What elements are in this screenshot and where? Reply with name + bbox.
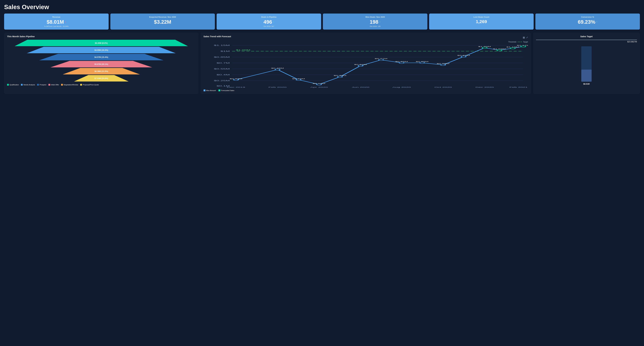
kpi-value-won-deals: 198 ↑: [370, 19, 380, 25]
svg-point-33: [420, 62, 424, 63]
svg-text:$1.03M: $1.03M: [493, 48, 506, 49]
svg-text:$0.62M: $0.62M: [354, 64, 367, 65]
kpi-value-conversion: 69.23% ↑: [578, 19, 598, 25]
legend-label-4: Negotiation/Review: [64, 84, 78, 86]
kpi-card-revenue: Revenue $8.01M ↓ % Diff from Last Month:…: [4, 13, 108, 29]
target-bar-container: [581, 46, 592, 82]
svg-point-35: [461, 56, 466, 57]
chart-icons: ▦ ⤢: [523, 36, 528, 39]
trend-chart-panel: Sales Trend with Forecast ▦ ⤢ Threshold:…: [200, 32, 531, 94]
svg-text:$1.00M: $1.00M: [236, 49, 250, 51]
kpi-card-expected-revenue: Exepcted Revenue: Nov 2020 $3.22M: [110, 13, 215, 29]
svg-text:$0.87M: $0.87M: [457, 55, 470, 56]
expand-icon[interactable]: ⤢: [526, 36, 528, 39]
funnel-slice-3: $5.97M (20.1%): [50, 61, 152, 67]
funnel-title: This Month Sales Pipeline: [7, 35, 196, 38]
svg-text:$0.85M: $0.85M: [214, 56, 230, 58]
kpi-sub-won-deals: Oct 2020: 139: [370, 25, 380, 27]
kpi-card-deals-pipeline: Deals in Pipeline 496 ↑ Oct 2020: 347: [217, 13, 321, 29]
threshold-line-icon: [518, 42, 522, 42]
svg-text:Oct 2020: Oct 2020: [434, 86, 452, 88]
svg-text:$1.10M: $1.10M: [506, 46, 519, 48]
forecasted-sales-label: Forecasted Sales: [221, 90, 234, 91]
svg-point-30: [358, 65, 363, 66]
svg-text:$0.65M: $0.65M: [395, 61, 408, 62]
legend-label-2: Prospect: [40, 84, 46, 86]
svg-point-34: [440, 64, 445, 66]
forecasted-sales-checkbox[interactable]: ✓: [218, 89, 220, 91]
funnel-legend-item-1: Needs Analysis: [21, 84, 35, 86]
svg-text:$0.23M: $0.23M: [230, 78, 242, 79]
bottom-row: This Month Sales Pipeline $2.43M (8.2%)$…: [4, 32, 640, 94]
svg-text:$0.25M: $0.25M: [214, 80, 230, 81]
svg-text:$0.23M: $0.23M: [292, 78, 305, 79]
svg-text:$1M: $1M: [220, 50, 230, 52]
svg-text:Dec 2020: Dec 2020: [475, 86, 494, 88]
won-amount-checkbox[interactable]: ✓: [204, 89, 206, 91]
svg-text:Feb 2020: Feb 2020: [268, 86, 286, 88]
sales-target-panel: Sales Taget $23.8827M $8.01M: [533, 32, 640, 94]
trend-chart-area: $1.15M $1M $0.85M $0.7M $0.55M $0.4M $0.…: [204, 44, 528, 88]
arrow-up-icon-won: ↑: [379, 20, 380, 23]
target-max-value: $23.8827M: [627, 41, 637, 43]
legend-dot-3: [48, 84, 50, 86]
svg-text:Dec 2019: Dec 2019: [227, 86, 245, 88]
funnel-slice-5: $7.31M (24.6%): [74, 75, 128, 81]
trend-chart-title: Sales Trend with Forecast: [204, 35, 231, 38]
legend-dot-5: [80, 84, 82, 86]
funnel-legend-item-0: Qualification: [7, 84, 19, 86]
legend-won-amount: ✓ Won Amount: [204, 89, 216, 91]
kpi-label-won-deals: Won Deals: Nov 2020: [366, 16, 385, 18]
legend-label-0: Qualification: [10, 84, 19, 86]
legend-label-5: Proposal/Price Quote: [83, 84, 99, 86]
funnel-chart: $2.43M (8.2%)$3.05M (10.3%)$4.57M (15.4%…: [7, 40, 196, 81]
funnel-legend-item-2: Prospect: [37, 84, 46, 86]
target-actual-value: $8.01M: [583, 83, 590, 85]
svg-text:$0.4M: $0.4M: [216, 74, 230, 76]
funnel-slice-2: $4.57M (15.4%): [39, 54, 164, 60]
legend-label-3: Initial Offer: [51, 84, 59, 86]
legend-forecasted-sales: ✓ Forecasted Sales: [218, 89, 234, 91]
kpi-card-conversion: Conversion % 69.23% ↑: [536, 13, 640, 29]
target-bar-fill: [581, 70, 592, 82]
funnel-legend: QualificationNeeds AnalysisProspectIniti…: [7, 84, 196, 86]
kpi-value-deals-pipeline: 496 ↑: [264, 19, 274, 25]
svg-point-29: [338, 76, 342, 77]
svg-text:$0.33M: $0.33M: [334, 75, 346, 76]
funnel-legend-item-4: Negotiation/Review: [61, 84, 78, 86]
threshold-legend: Threshold: Target: [204, 41, 528, 43]
svg-point-37: [497, 49, 502, 51]
arrow-down-icon: ↓: [65, 20, 66, 23]
svg-text:Aug 2020: Aug 2020: [392, 86, 411, 88]
trend-svg: $1.15M $1M $0.85M $0.7M $0.55M $0.4M $0.…: [204, 44, 528, 88]
legend-dot-1: [21, 84, 23, 86]
svg-text:Apr 2020: Apr 2020: [310, 86, 328, 88]
won-amount-label: Won Amount: [206, 90, 216, 91]
kpi-card-won-deals: Won Deals: Nov 2020 198 ↑ Oct 2020: 139: [323, 13, 427, 29]
funnel-legend-item-3: Initial Offer: [48, 84, 59, 86]
svg-text:$0.55M: $0.55M: [214, 68, 230, 70]
svg-text:Jun 2020: Jun 2020: [352, 86, 369, 88]
svg-text:Feb 2021: Feb 2021: [509, 86, 528, 88]
chart-panel-header: Sales Trend with Forecast ▦ ⤢: [204, 35, 528, 40]
kpi-row: Revenue $8.01M ↓ % Diff from Last Month:…: [4, 13, 640, 29]
funnel-slice-0: $2.43M (8.2%): [14, 40, 188, 46]
arrow-up-icon: ↑: [273, 20, 274, 23]
legend-dot-4: [61, 84, 63, 86]
legend-label-1: Needs Analysis: [24, 84, 35, 86]
kpi-card-lost-deals: Lost Deals Count 1,269: [429, 13, 534, 29]
funnel-slice-4: $6.38M (21.5%): [63, 68, 140, 74]
svg-text:$0.49M: $0.49M: [271, 67, 284, 69]
bar-chart-icon[interactable]: ▦: [523, 36, 525, 39]
target-top-line: [536, 40, 637, 40]
svg-point-32: [399, 62, 404, 63]
svg-text:$0.77M: $0.77M: [375, 58, 387, 59]
kpi-label-expected-revenue: Exepcted Revenue: Nov 2020: [149, 16, 176, 18]
kpi-label-lost-deals: Lost Deals Count: [474, 16, 489, 18]
svg-text:$1.17M: $1.17M: [517, 45, 528, 46]
svg-text:$0.7M: $0.7M: [216, 62, 230, 64]
kpi-label-revenue: Revenue: [52, 16, 60, 18]
svg-point-26: [275, 69, 280, 70]
svg-text:$1.15M: $1.15M: [214, 44, 230, 46]
kpi-sub-revenue: % Diff from Last Month: -26.94%: [44, 25, 68, 27]
